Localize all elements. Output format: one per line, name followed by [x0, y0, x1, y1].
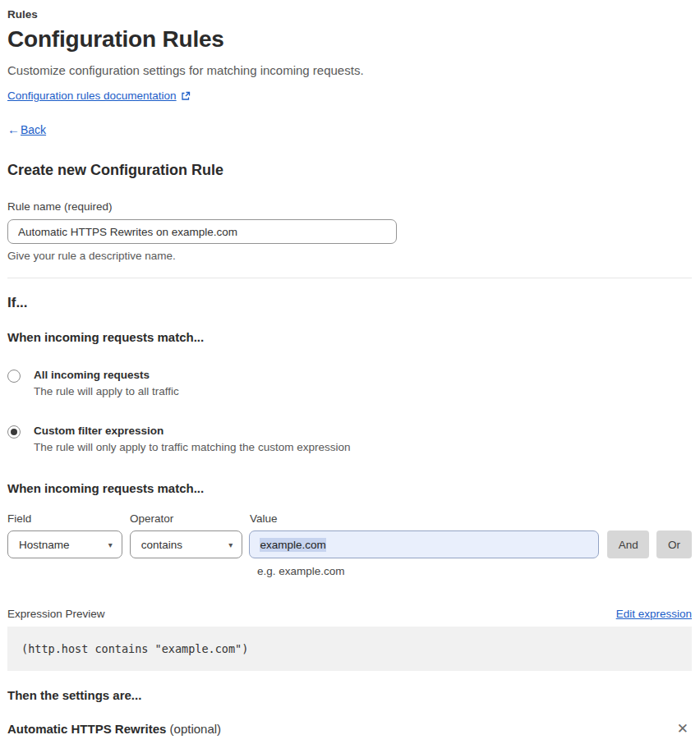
create-rule-title: Create new Configuration Rule [7, 162, 692, 179]
setting-header-row: Automatic HTTPS Rewrites (optional) ✕ [7, 720, 692, 737]
builder-heading: When incoming requests match... [7, 481, 692, 495]
value-label: Value [250, 512, 278, 525]
setting-name: Automatic HTTPS Rewrites [7, 722, 166, 736]
field-select[interactable]: Hostname ▾ [7, 530, 122, 558]
external-link-icon [181, 91, 191, 101]
radio-custom-filter-label: Custom filter expression [34, 425, 350, 437]
radio-all-requests-description: The rule will apply to all traffic [34, 385, 179, 397]
back-link-row: ← Back [7, 122, 692, 136]
field-label: Field [7, 512, 130, 525]
operator-label: Operator [130, 512, 250, 525]
if-heading: If... [7, 295, 692, 311]
field-select-value: Hostname [19, 539, 70, 551]
expression-preview-label: Expression Preview [7, 608, 105, 620]
close-icon[interactable]: ✕ [674, 720, 692, 737]
or-button[interactable]: Or [656, 530, 692, 558]
edit-expression-link[interactable]: Edit expression [616, 608, 692, 620]
value-helper: e.g. example.com [257, 565, 692, 577]
back-link[interactable]: Back [21, 123, 46, 136]
match-heading: When incoming requests match... [7, 330, 692, 344]
operator-select[interactable]: contains ▾ [130, 530, 243, 558]
operator-select-value: contains [141, 539, 182, 551]
configuration-rules-page: Rules Configuration Rules Customize conf… [0, 0, 700, 744]
radio-all-requests-label: All incoming requests [34, 369, 179, 381]
then-settings-heading: Then the settings are... [7, 688, 692, 702]
rule-name-input[interactable] [7, 219, 397, 244]
value-input[interactable]: example.com [249, 530, 599, 558]
radio-custom-filter[interactable] [7, 425, 21, 439]
builder-labels-row: Field Operator Value [7, 512, 692, 525]
radio-option-all-requests[interactable]: All incoming requests The rule will appl… [7, 369, 692, 397]
radio-all-requests[interactable] [7, 370, 21, 383]
rule-name-label: Rule name (required) [7, 200, 692, 213]
chevron-down-icon: ▾ [108, 540, 113, 549]
documentation-link[interactable]: Configuration rules documentation [7, 90, 177, 102]
section-divider [7, 278, 692, 278]
expression-preview-row: Expression Preview Edit expression [7, 608, 692, 620]
setting-optional-label: (optional) [170, 722, 222, 736]
and-button[interactable]: And [607, 530, 649, 558]
documentation-link-row: Configuration rules documentation [7, 90, 692, 102]
chevron-down-icon: ▾ [228, 540, 233, 549]
radio-option-custom-filter[interactable]: Custom filter expression The rule will o… [7, 425, 692, 453]
value-input-text: example.com [260, 538, 325, 552]
builder-controls-row: Hostname ▾ contains ▾ example.com And Or [7, 530, 692, 558]
page-title: Configuration Rules [7, 26, 692, 53]
breadcrumb: Rules [7, 8, 692, 21]
back-arrow-icon: ← [7, 122, 20, 136]
rule-name-helper: Give your rule a descriptive name. [7, 250, 692, 262]
expression-code-block: (http.host contains "example.com") [7, 627, 692, 671]
page-subtitle: Customize configuration settings for mat… [7, 63, 692, 77]
radio-custom-filter-description: The rule will only apply to traffic matc… [34, 441, 350, 453]
